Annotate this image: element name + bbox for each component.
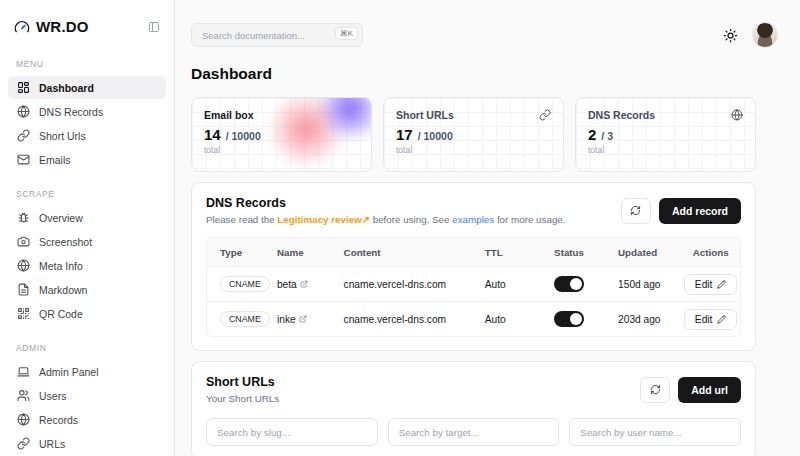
shortcut-badge: ⌘K	[335, 27, 358, 40]
main-content: ⌘K Dashboard Email box 14 / 10000 total	[175, 0, 800, 456]
column-header-content: Content	[338, 247, 479, 258]
pencil-icon	[717, 315, 726, 324]
stat-card-short-urls: Short URLs 17 / 10000 total	[383, 97, 564, 172]
edit-button-label: Edit	[695, 279, 713, 290]
stat-card-quota: / 10000	[418, 130, 453, 142]
sidebar-item-qr-code[interactable]: QR Code	[8, 302, 166, 325]
sidebar-item-label: Admin Panel	[39, 366, 99, 378]
sidebar-section-label-scrape: SCRAPE	[8, 179, 166, 205]
refresh-icon	[650, 384, 661, 395]
short-urls-section-subtitle: Your Short URLs	[206, 393, 640, 404]
page-title: Dashboard	[191, 65, 756, 83]
sidebar-item-emails[interactable]: Emails	[8, 148, 166, 171]
sidebar-item-label: URLs	[39, 438, 65, 450]
column-header-ttl: TTL	[479, 247, 548, 258]
record-updated: 203d ago	[612, 314, 681, 325]
pencil-icon	[717, 280, 726, 289]
search-box: ⌘K	[191, 23, 363, 47]
table-row: CNAME inke cname.vercel-dns.com Auto 203…	[207, 301, 740, 336]
record-updated: 150d ago	[612, 279, 681, 290]
record-type-badge: CNAME	[220, 276, 270, 292]
record-content: cname.vercel-dns.com	[338, 314, 479, 325]
search-by-user-name-input[interactable]	[569, 418, 741, 446]
status-toggle[interactable]	[554, 276, 584, 292]
stat-card-caption: total	[396, 145, 551, 155]
sidebar-item-records[interactable]: Records	[8, 408, 166, 431]
external-link-icon	[299, 315, 307, 323]
sidebar-item-users[interactable]: Users	[8, 384, 166, 407]
logo: WR.DO	[8, 14, 166, 49]
topbar: ⌘K	[191, 22, 756, 48]
search-by-target-input[interactable]	[388, 418, 560, 446]
gauge-logo-icon	[14, 19, 30, 35]
examples-link[interactable]: examples	[452, 214, 494, 225]
record-content: cname.vercel-dns.com	[338, 279, 479, 290]
sidebar-item-label: Markdown	[39, 284, 87, 296]
add-url-button[interactable]: Add url	[678, 377, 741, 403]
refresh-icon	[630, 205, 641, 216]
edit-button[interactable]: Edit	[684, 274, 738, 295]
search-by-slug-input[interactable]	[206, 418, 378, 446]
sidebar-item-label: Users	[39, 390, 66, 402]
sidebar-item-dns-records[interactable]: DNS Records	[8, 100, 166, 123]
column-header-status: Status	[548, 247, 612, 258]
sidebar-item-label: Records	[39, 414, 78, 426]
table-row: CNAME beta cname.vercel-dns.com Auto 150…	[207, 266, 740, 301]
status-toggle[interactable]	[554, 311, 584, 327]
short-urls-section-title: Short URLs	[206, 375, 640, 389]
legitimacy-review-link[interactable]: Legitimacy review↗	[277, 214, 370, 225]
sidebar-item-meta-info[interactable]: Meta Info	[8, 254, 166, 277]
record-name: inke	[277, 314, 296, 325]
sidebar-item-urls[interactable]: URLs	[8, 432, 166, 455]
edit-button[interactable]: Edit	[684, 309, 738, 330]
column-header-type: Type	[207, 247, 271, 258]
sidebar-item-dashboard[interactable]: Dashboard	[8, 76, 166, 99]
refresh-button[interactable]	[640, 377, 670, 403]
stat-card-dns-records: DNS Records 2 / 3 total	[575, 97, 756, 172]
sidebar-collapse-button[interactable]	[148, 21, 160, 33]
dns-section-subtitle: Please read the Legitimacy review↗ befor…	[206, 214, 621, 225]
column-header-name: Name	[271, 247, 338, 258]
add-record-button[interactable]: Add record	[659, 198, 741, 224]
link-icon	[539, 109, 551, 121]
sidebar: WR.DO MENU Dashboard DNS Records Short U…	[0, 0, 175, 456]
link-icon	[17, 437, 30, 450]
sidebar-item-overview[interactable]: Overview	[8, 206, 166, 229]
sidebar-item-label: Dashboard	[39, 82, 94, 94]
sidebar-section-label-menu: MENU	[8, 49, 166, 75]
sidebar-item-short-urls[interactable]: Short Urls	[8, 124, 166, 147]
sidebar-item-label: Overview	[39, 212, 83, 224]
short-urls-section: Short URLs Your Short URLs Add url	[191, 361, 756, 456]
sidebar-item-screenshot[interactable]: Screenshot	[8, 230, 166, 253]
edit-button-label: Edit	[695, 314, 713, 325]
record-name: beta	[277, 279, 297, 290]
dns-records-table: Type Name Content TTL Status Updated Act…	[206, 237, 741, 337]
subtitle-text: for more usage.	[494, 214, 565, 225]
bug-icon	[17, 211, 30, 224]
sidebar-item-admin-panel[interactable]: Admin Panel	[8, 360, 166, 383]
stat-card-value: 2	[588, 126, 596, 143]
globe-icon	[17, 259, 30, 272]
user-avatar[interactable]	[752, 22, 778, 48]
qr-code-icon	[17, 307, 30, 320]
column-header-actions: Actions	[681, 247, 740, 258]
theme-toggle-sun-icon[interactable]	[723, 28, 738, 43]
record-name-link[interactable]: inke	[271, 314, 338, 325]
stat-card-value: 17	[396, 126, 413, 143]
refresh-button[interactable]	[621, 198, 651, 224]
logo-text: WR.DO	[36, 18, 142, 35]
sidebar-item-label: Short Urls	[39, 130, 86, 142]
stat-card-caption: total	[204, 145, 359, 155]
dns-section-title: DNS Records	[206, 196, 621, 210]
toggle-knob	[570, 278, 582, 290]
sidebar-item-label: Emails	[39, 154, 71, 166]
sidebar-item-label: Meta Info	[39, 260, 83, 272]
stat-card-value: 14	[204, 126, 221, 143]
users-icon	[17, 389, 30, 402]
sidebar-item-markdown[interactable]: Markdown	[8, 278, 166, 301]
sidebar-item-label: DNS Records	[39, 106, 103, 118]
link-icon	[17, 129, 30, 142]
globe-icon	[17, 105, 30, 118]
record-name-link[interactable]: beta	[271, 279, 338, 290]
stat-card-caption: total	[588, 145, 743, 155]
